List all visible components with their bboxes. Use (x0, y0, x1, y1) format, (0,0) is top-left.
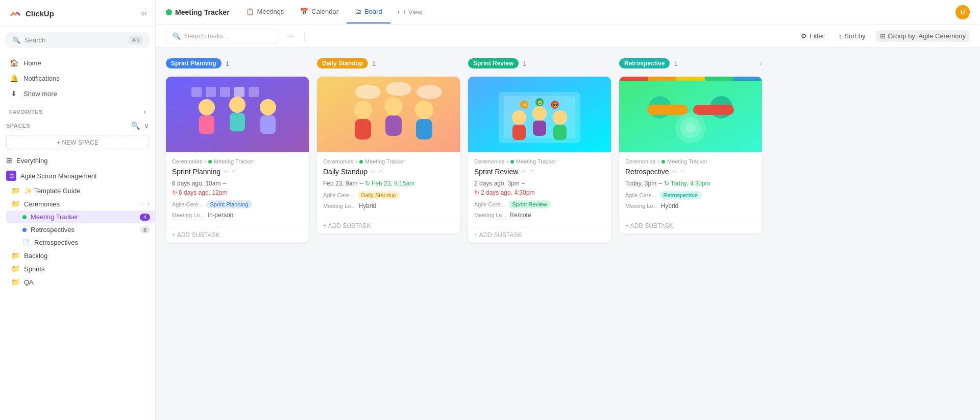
toolbar-right: ⚙ Filter ↕ Sort by ⊞ Group by: Agile Cer… (797, 30, 970, 42)
sidebar-item-notifications[interactable]: 🔔 Notifications (4, 71, 151, 86)
svg-rect-17 (385, 115, 402, 136)
svg-rect-5 (230, 113, 245, 131)
tab-board[interactable]: 🗂 Board (347, 1, 390, 24)
card-edit-icon-sp[interactable]: ✏ (224, 168, 229, 175)
new-space-button[interactable]: + NEW SPACE (6, 135, 149, 150)
sort-icon: ↕ (839, 32, 842, 40)
folder-ceremonies-label: Ceremonies (24, 200, 60, 208)
folder-qa[interactable]: 📁 QA (6, 275, 155, 289)
meta-value-ret: Hybrid (661, 202, 679, 209)
clickup-logo[interactable]: ClickUp (8, 6, 54, 20)
card-more-icon-ds[interactable]: ≡ (379, 168, 382, 175)
add-subtask-ret[interactable]: + ADD SUBTASK (619, 218, 762, 234)
folder-ceremonies[interactable]: 📁 Ceremonies ··· + (6, 197, 155, 211)
column-sprint-planning: Sprint Planning 1 (166, 56, 309, 412)
retrospectives-count: 8 (140, 226, 150, 234)
sidebar-item-agile-scrum[interactable]: ⊟ Agile Scrum Management (0, 168, 155, 184)
card-retrospective[interactable]: Ceremonies › Meeting Tracker Retrospecti… (619, 77, 762, 234)
spaces-chevron-icon[interactable]: ∨ (144, 122, 149, 130)
column-tag-sprint-planning: Sprint Planning (166, 58, 222, 68)
sidebar-item-retrospectives-doc[interactable]: 📄 Retrospectives (6, 236, 155, 249)
user-avatar[interactable]: U (955, 5, 970, 19)
card-image-retrospective (619, 77, 762, 152)
sidebar-search-bar[interactable]: 🔍 Search ⌘K (6, 32, 149, 48)
svg-point-30 (553, 110, 567, 125)
sort-button[interactable]: ↕ Sort by (835, 30, 870, 42)
card-edit-icon-sr[interactable]: ✏ (521, 168, 526, 175)
sidebar-item-home[interactable]: 🏠 Home (4, 55, 151, 71)
add-subtask-sr[interactable]: + ADD SUBTASK (468, 227, 611, 243)
svg-rect-29 (533, 121, 546, 136)
add-subtask-sp[interactable]: + ADD SUBTASK (166, 227, 309, 243)
sidebar-collapse-button[interactable]: ‹‹ (141, 9, 147, 18)
agile-scrum-label: Agile Scrum Management (20, 172, 97, 180)
svg-rect-50 (733, 77, 762, 81)
tab-calendar[interactable]: 📅 Calendar (292, 1, 347, 24)
sidebar-header: ClickUp ‹‹ (0, 0, 155, 27)
sidebar-item-everything[interactable]: ⊞ Everything (0, 153, 155, 168)
column-tag-sprint-review: Sprint Review (468, 58, 519, 68)
card-more-icon-sp[interactable]: ≡ (232, 168, 235, 175)
tab-meetings[interactable]: 📋 Meetings (238, 1, 292, 24)
card-breadcrumb-sr: Ceremonies › Meeting Tracker (474, 158, 605, 165)
card-daily-standup[interactable]: Ceremonies › Meeting Tracker Daily Stand… (317, 77, 460, 234)
column-retrospective: Retrospective 1 › (619, 56, 762, 412)
card-sprint-planning[interactable]: Ceremonies › Meeting Tracker Sprint Plan… (166, 77, 309, 243)
folder-template-guide[interactable]: 📁 ✨ Template Guide (6, 184, 155, 197)
calendar-tab-label: Calendar (311, 8, 338, 15)
meta-value-sr: Remote (510, 212, 531, 219)
crumb-dot-ds (359, 160, 363, 164)
ceremonies-more-icon[interactable]: ··· (140, 201, 144, 207)
tag-sprint-review: Sprint Review (508, 200, 551, 208)
svg-rect-31 (553, 125, 567, 140)
spaces-search-icon[interactable]: 🔍 (131, 122, 140, 130)
group-by-button[interactable]: ⊞ Group by: Agile Ceremony (876, 30, 970, 42)
svg-rect-11 (234, 87, 244, 97)
tag-retrospective: Retrospective (659, 191, 702, 199)
card-more-icon-ret[interactable]: ≡ (680, 168, 684, 175)
search-shortcut: ⌘K (129, 36, 143, 44)
column-count-retrospective: 1 (674, 60, 677, 67)
column-count-daily-standup: 1 (372, 60, 376, 67)
card-more-icon-sr[interactable]: ≡ (529, 168, 533, 175)
meetings-tab-label: Meetings (257, 8, 284, 15)
card-body-sprint-review: Ceremonies › Meeting Tracker Sprint Revi… (468, 152, 611, 225)
main-content: Meeting Tracker 📋 Meetings 📅 Calendar 🗂 … (156, 0, 980, 420)
tab-navigation: 📋 Meetings 📅 Calendar 🗂 Board + + View (238, 1, 429, 24)
sidebar-item-retrospectives-list[interactable]: Retrospectives 8 (6, 223, 155, 236)
search-tasks-input[interactable]: 🔍 Search tasks... (166, 29, 278, 43)
favorites-expand-icon[interactable]: › (144, 108, 146, 115)
retrospectives-list-label: Retrospectives (31, 226, 75, 234)
folder-backlog[interactable]: 📁 Backlog (6, 249, 155, 262)
add-subtask-ds[interactable]: + ADD SUBTASK (317, 218, 460, 234)
board-view: Sprint Planning 1 (156, 48, 980, 420)
card-edit-icon-ret[interactable]: ✏ (672, 168, 677, 175)
favorites-section-label: FAVORITES › (0, 103, 155, 118)
overdue-icon-sp: ↻ (172, 189, 177, 196)
folder-sprints[interactable]: 📁 Sprints (6, 262, 155, 275)
card-sprint-review[interactable]: 😊 😀 😎 Ceremonies › Meeting Tracker Sprin… (468, 77, 611, 243)
toolbar-more-button[interactable]: ··· (284, 30, 298, 42)
folder-qa-icon: 📁 (11, 278, 20, 286)
card-meta-ds: Meeting Lo... Hybrid (323, 202, 454, 209)
svg-rect-47 (648, 77, 676, 81)
svg-rect-49 (705, 77, 733, 81)
calendar-tab-icon: 📅 (300, 8, 308, 15)
column-expand-retro[interactable]: › (760, 59, 762, 67)
column-header-daily-standup: Daily Standup 1 (317, 56, 460, 71)
svg-rect-19 (416, 119, 432, 139)
folder-list: 📁 ✨ Template Guide 📁 Ceremonies ··· + Me… (0, 184, 155, 289)
filter-button[interactable]: ⚙ Filter (797, 30, 828, 42)
sidebar-item-meeting-tracker[interactable]: Meeting Tracker 4 (6, 211, 155, 223)
crumb-dot-sp (208, 160, 212, 164)
card-edit-icon-ds[interactable]: ✏ (371, 168, 376, 175)
ceremonies-add-icon[interactable]: + (147, 201, 150, 207)
folder-backlog-icon: 📁 (11, 251, 20, 260)
card-date-sr: 2 days ago, 3pm – (474, 180, 605, 187)
meta-value-sp: In-person (208, 212, 234, 219)
add-view-button[interactable]: + + View (390, 4, 429, 20)
sidebar-item-show-more[interactable]: ⬇ Show more (4, 86, 151, 101)
card-body-retrospective: Ceremonies › Meeting Tracker Retrospecti… (619, 152, 762, 216)
card-image-sprint-review: 😊 😀 😎 (468, 77, 611, 152)
card-breadcrumb-ds: Ceremonies › Meeting Tracker (323, 158, 454, 165)
